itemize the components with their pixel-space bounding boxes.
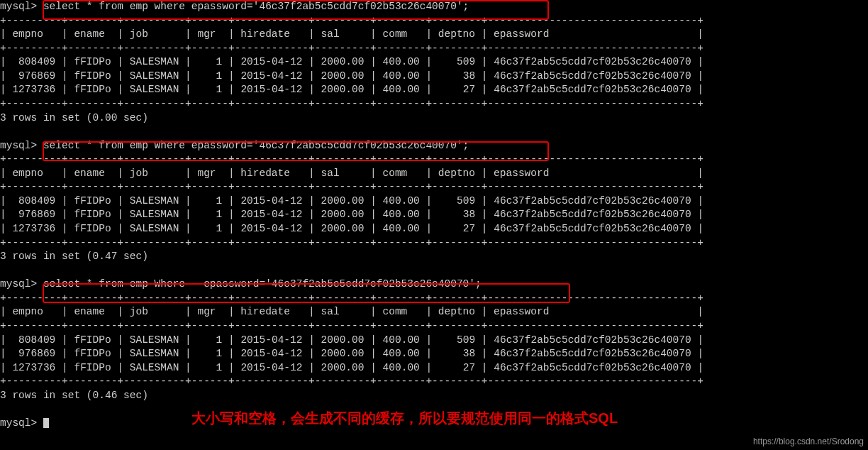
cell: 1273736	[12, 84, 55, 95]
cell: 2015-04-12	[240, 70, 302, 82]
cell: 46c37f2ab5c5cdd7cf02b53c26c40070	[494, 56, 691, 67]
sep: +---------+--------+----------+------+--…	[0, 153, 703, 165]
cell: 1	[216, 334, 223, 346]
cell: 400.00	[383, 209, 420, 220]
watermark: https://blog.csdn.net/Srodong	[753, 436, 864, 447]
cell: fFIDPo	[74, 209, 111, 220]
cursor[interactable]	[43, 418, 49, 428]
annotation-text: 大小写和空格，会生成不同的缓存，所以要规范使用同一的格式SQL	[191, 409, 618, 428]
cell: 2015-04-12	[240, 209, 302, 220]
cell: 38	[463, 348, 475, 359]
cell: 2000.00	[321, 84, 365, 95]
cell: fFIDPo	[74, 334, 111, 346]
cell: 509	[457, 334, 475, 346]
cell: 400.00	[383, 56, 420, 67]
result-1: 3 rows in set (0.00 sec)	[0, 112, 148, 124]
cell: 976869	[18, 70, 55, 82]
cell: 400.00	[383, 362, 420, 373]
cell: 808409	[18, 195, 55, 207]
cell: SALESMAN	[130, 334, 179, 346]
cell: 509	[457, 56, 475, 67]
result-3: 3 rows in set (0.46 sec)	[0, 390, 148, 401]
terminal-output: mysql> select * from emp where epassword…	[0, 0, 868, 430]
cell: 976869	[18, 348, 55, 359]
cell: fFIDPo	[74, 195, 111, 207]
cell: 27	[463, 362, 475, 373]
sep: +---------+--------+----------+------+--…	[0, 181, 703, 192]
cell: 2000.00	[321, 223, 365, 234]
cell: 46c37f2ab5c5cdd7cf02b53c26c40070	[494, 334, 691, 346]
cell: 400.00	[383, 84, 420, 95]
cell: 46c37f2ab5c5cdd7cf02b53c26c40070	[494, 362, 691, 373]
cell: fFIDPo	[74, 223, 111, 234]
cell: 1	[216, 362, 223, 373]
cell: fFIDPo	[74, 84, 111, 95]
query-2: select * from emp Where epassword='46c37…	[43, 140, 469, 151]
cell: 2015-04-12	[240, 223, 302, 234]
cell: 38	[463, 70, 475, 82]
cell: 808409	[18, 56, 55, 67]
sep: +---------+--------+----------+------+--…	[0, 98, 703, 109]
sep: +---------+--------+----------+------+--…	[0, 375, 703, 387]
query-1: select * from emp where epassword='46c37…	[43, 1, 469, 12]
cell: 2000.00	[321, 209, 365, 220]
cell: 1	[216, 223, 223, 234]
cell: fFIDPo	[74, 70, 111, 82]
cell: fFIDPo	[74, 56, 111, 67]
cell: 2000.00	[321, 348, 365, 359]
cell: SALESMAN	[130, 84, 179, 95]
header-row: | empno | ename | job | mgr | hiredate |…	[0, 306, 703, 317]
cell: 2000.00	[321, 70, 365, 82]
cell: 1	[216, 84, 223, 95]
cell: 27	[463, 84, 475, 95]
sep: +---------+--------+----------+------+--…	[0, 292, 703, 304]
cell: 509	[457, 195, 475, 207]
cell: 808409	[18, 334, 55, 346]
cell: SALESMAN	[130, 195, 179, 207]
sep: +---------+--------+----------+------+--…	[0, 15, 703, 26]
cell: 1	[216, 348, 223, 359]
sep: +---------+--------+----------+------+--…	[0, 43, 703, 54]
cell: 400.00	[383, 70, 420, 82]
cell: 1273736	[12, 223, 55, 234]
cell: 1	[216, 70, 223, 82]
cell: 2015-04-12	[240, 348, 302, 359]
cell: 46c37f2ab5c5cdd7cf02b53c26c40070	[494, 223, 691, 234]
cell: 2000.00	[321, 334, 365, 346]
query-3: select * from emp Where epassword='46c37…	[43, 278, 482, 290]
prompt: mysql>	[0, 417, 37, 429]
cell: 976869	[18, 209, 55, 220]
result-2: 3 rows in set (0.47 sec)	[0, 251, 148, 262]
cell: fFIDPo	[74, 348, 111, 359]
cell: 2000.00	[321, 56, 365, 67]
prompt: mysql>	[0, 278, 37, 290]
cell: 1	[216, 195, 223, 207]
cell: SALESMAN	[130, 223, 179, 234]
cell: 1	[216, 56, 223, 67]
header-row: | empno | ename | job | mgr | hiredate |…	[0, 168, 703, 179]
cell: 2015-04-12	[240, 334, 302, 346]
cell: 46c37f2ab5c5cdd7cf02b53c26c40070	[494, 209, 691, 220]
cell: 1	[216, 209, 223, 220]
cell: SALESMAN	[130, 362, 179, 373]
cell: 2015-04-12	[240, 56, 302, 67]
cell: 1273736	[12, 362, 55, 373]
sep: +---------+--------+----------+------+--…	[0, 320, 703, 331]
cell: SALESMAN	[130, 70, 179, 82]
cell: 2000.00	[321, 195, 365, 207]
cell: 400.00	[383, 223, 420, 234]
cell: SALESMAN	[130, 209, 179, 220]
cell: 38	[463, 209, 475, 220]
cell: 2015-04-12	[240, 362, 302, 373]
cell: 2015-04-12	[240, 195, 302, 207]
cell: 400.00	[383, 334, 420, 346]
cell: SALESMAN	[130, 56, 179, 67]
cell: 46c37f2ab5c5cdd7cf02b53c26c40070	[494, 195, 691, 207]
cell: SALESMAN	[130, 348, 179, 359]
prompt: mysql>	[0, 140, 37, 151]
cell: 27	[463, 223, 475, 234]
prompt: mysql>	[0, 1, 37, 12]
cell: 46c37f2ab5c5cdd7cf02b53c26c40070	[494, 84, 691, 95]
header-row: | empno | ename | job | mgr | hiredate |…	[0, 28, 703, 40]
cell: 46c37f2ab5c5cdd7cf02b53c26c40070	[494, 348, 691, 359]
